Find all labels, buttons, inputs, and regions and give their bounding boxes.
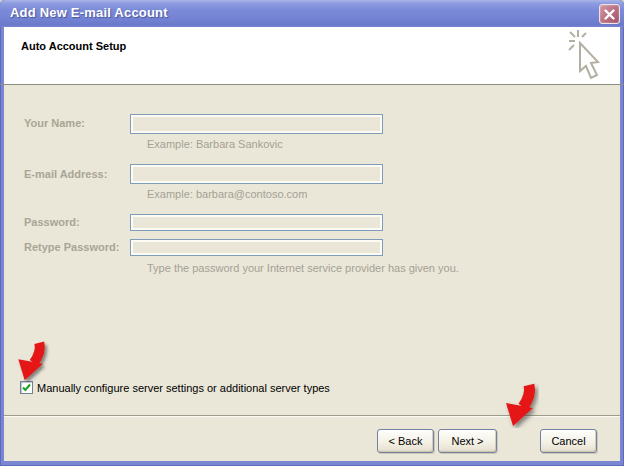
email-address-label: E-mail Address: bbox=[24, 168, 107, 180]
your-name-input[interactable] bbox=[130, 114, 383, 134]
your-name-hint: Example: Barbara Sankovic bbox=[147, 138, 283, 150]
email-address-hint: Example: barbara@contoso.com bbox=[147, 188, 307, 200]
cancel-button[interactable]: Cancel bbox=[540, 429, 597, 453]
dialog-window: Add New E-mail Account Auto Account Setu… bbox=[0, 0, 624, 466]
page-title: Auto Account Setup bbox=[21, 40, 126, 52]
close-button[interactable] bbox=[599, 4, 620, 24]
next-button[interactable]: Next > bbox=[438, 429, 497, 453]
retype-password-label: Retype Password: bbox=[24, 241, 119, 253]
manual-config-label[interactable]: Manually configure server settings or ad… bbox=[37, 382, 330, 394]
button-row bbox=[4, 417, 620, 461]
retype-password-input[interactable] bbox=[130, 239, 383, 256]
password-label: Password: bbox=[24, 216, 80, 228]
password-input[interactable] bbox=[130, 214, 383, 231]
wizard-header: Auto Account Setup bbox=[4, 27, 620, 84]
manual-config-checkbox[interactable] bbox=[20, 381, 33, 394]
check-icon bbox=[21, 382, 32, 393]
your-name-label: Your Name: bbox=[24, 117, 85, 129]
back-button[interactable]: < Back bbox=[377, 429, 434, 453]
cursor-sparkle-icon bbox=[568, 29, 606, 84]
content-divider bbox=[4, 415, 620, 417]
window-title: Add New E-mail Account bbox=[10, 5, 168, 20]
close-icon bbox=[604, 9, 615, 20]
titlebar[interactable]: Add New E-mail Account bbox=[0, 0, 624, 27]
email-address-input[interactable] bbox=[130, 164, 383, 184]
password-note: Type the password your Internet service … bbox=[147, 262, 459, 274]
